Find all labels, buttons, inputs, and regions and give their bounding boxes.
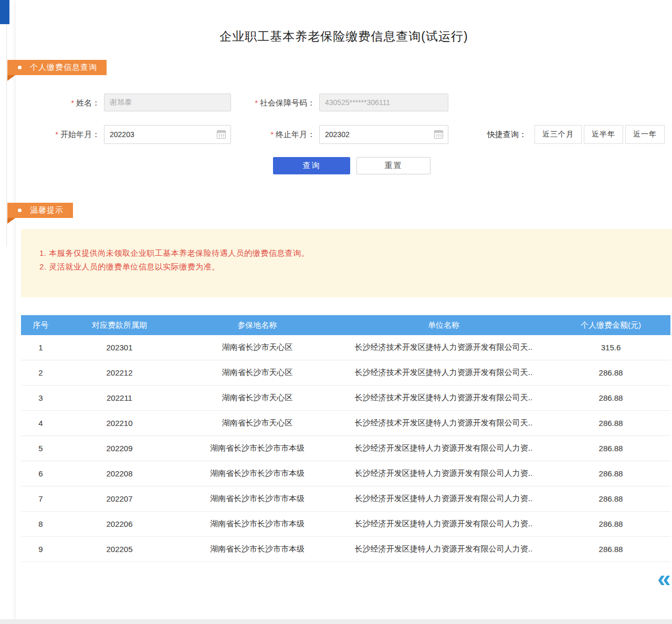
notice-line: 1. 本服务仅提供尚未领取企业职工基本养老保险待遇人员的缴费信息查询。 — [39, 246, 672, 260]
table-cell: 湖南省长沙市长沙市市本级 — [178, 469, 336, 479]
bullet-icon — [18, 66, 22, 69]
table-cell: 8 — [21, 519, 60, 528]
reset-button[interactable]: 重置 — [356, 157, 430, 174]
table-cell: 长沙经济开发区捷特人力资源开发有限公司人力资.. — [336, 443, 551, 453]
table-row: 7202207湖南省长沙市长沙市市本级长沙经济开发区捷特人力资源开发有限公司人力… — [21, 486, 670, 512]
name-label: *姓名： — [47, 98, 100, 108]
table-cell: 286.88 — [551, 469, 670, 478]
table-cell: 长沙经济开发区捷特人力资源开发有限公司人力资.. — [336, 544, 551, 554]
table-cell: 202205 — [60, 545, 178, 554]
page-title: 企业职工基本养老保险缴费信息查询(试运行) — [16, 28, 672, 45]
table-cell: 湖南省长沙市长沙市市本级 — [178, 443, 336, 453]
column-header: 序号 — [21, 320, 60, 330]
table-cell: 286.88 — [551, 444, 670, 453]
table-cell: 湖南省长沙市天心区 — [178, 368, 336, 378]
quick-option-2[interactable]: 近一年 — [625, 125, 665, 144]
quick-option-0[interactable]: 近三个月 — [534, 125, 582, 144]
table-row: 8202206湖南省长沙市长沙市市本级长沙经济开发区捷特人力资源开发有限公司人力… — [21, 512, 670, 537]
table-cell: 1 — [21, 343, 60, 352]
quick-query-label: 快捷查询： — [487, 130, 530, 140]
column-header: 对应费款所属期 — [60, 320, 178, 330]
table-row: 9202205湖南省长沙市长沙市市本级长沙经济开发区捷特人力资源开发有限公司人力… — [21, 537, 670, 562]
table-cell: 7 — [21, 494, 60, 503]
bottom-strip — [0, 619, 672, 624]
table-cell: 长沙经济技术开发区捷特人力资源开发有限公司天.. — [336, 393, 551, 403]
table-cell: 6 — [21, 469, 60, 478]
ssn-label: *社会保障号码： — [234, 98, 315, 108]
table-cell: 202301 — [60, 343, 178, 352]
table-cell: 长沙经济技术开发区捷特人力资源开发有限公司天.. — [336, 342, 551, 352]
table-row: 6202208湖南省长沙市长沙市市本级长沙经济开发区捷特人力资源开发有限公司人力… — [21, 461, 670, 486]
table-body: 1202301湖南省长沙市天心区长沙经济技术开发区捷特人力资源开发有限公司天..… — [21, 335, 670, 562]
quick-query-group: 近三个月近半年近一年 — [534, 125, 665, 144]
table-row: 5202209湖南省长沙市长沙市市本级长沙经济开发区捷特人力资源开发有限公司人力… — [21, 436, 670, 461]
table-row: 3202211湖南省长沙市天心区长沙经济技术开发区捷特人力资源开发有限公司天..… — [21, 386, 670, 411]
table-row: 4202210湖南省长沙市天心区长沙经济技术开发区捷特人力资源开发有限公司天..… — [21, 411, 670, 436]
table-header-row: 序号对应费款所属期参保地名称单位名称个人缴费金额(元) — [21, 315, 670, 335]
required-marker: * — [71, 99, 74, 107]
column-header: 个人缴费金额(元) — [551, 320, 670, 330]
table-cell: 长沙经济开发区捷特人力资源开发有限公司人力资.. — [336, 494, 551, 504]
table-cell: 湖南省长沙市长沙市市本级 — [178, 544, 336, 554]
table-cell: 长沙经济开发区捷特人力资源开发有限公司人力资.. — [336, 519, 551, 529]
table-cell: 4 — [21, 419, 60, 428]
notice-line: 2. 灵活就业人员的缴费单位信息以实际缴费为准。 — [39, 260, 672, 274]
table-cell: 2 — [21, 368, 60, 377]
payment-table: 序号对应费款所属期参保地名称单位名称个人缴费金额(元) 1202301湖南省长沙… — [21, 315, 670, 562]
corner-nav-block — [0, 0, 9, 24]
left-rail — [0, 0, 7, 247]
required-marker: * — [271, 130, 274, 139]
notice-box: 1. 本服务仅提供尚未领取企业职工基本养老保险待遇人员的缴费信息查询。 2. 灵… — [21, 229, 672, 297]
table-cell: 315.6 — [551, 343, 670, 352]
bullet-icon — [18, 209, 22, 212]
table-cell: 286.88 — [551, 419, 670, 428]
table-cell: 湖南省长沙市天心区 — [178, 393, 336, 403]
table-cell: 202209 — [60, 444, 178, 453]
table-cell: 202208 — [60, 469, 178, 478]
table-cell: 286.88 — [551, 519, 670, 528]
table-row: 1202301湖南省长沙市天心区长沙经济技术开发区捷特人力资源开发有限公司天..… — [21, 335, 670, 360]
collapse-chevron-icon[interactable]: « — [657, 566, 671, 590]
table-cell: 202207 — [60, 494, 178, 503]
table-cell: 202210 — [60, 419, 178, 428]
table-cell: 286.88 — [551, 393, 670, 402]
table-cell: 长沙经济技术开发区捷特人力资源开发有限公司天.. — [336, 418, 551, 428]
table-cell: 湖南省长沙市天心区 — [178, 418, 336, 428]
table-cell: 286.88 — [551, 545, 670, 554]
table-cell: 286.88 — [551, 494, 670, 503]
name-input[interactable] — [104, 93, 231, 111]
table-row: 2202212湖南省长沙市天心区长沙经济技术开发区捷特人力资源开发有限公司天..… — [21, 360, 670, 386]
quick-option-1[interactable]: 近半年 — [584, 125, 623, 144]
section-badge-label: 个人缴费信息查询 — [30, 63, 97, 72]
table-cell: 202211 — [60, 393, 178, 402]
column-header: 参保地名称 — [178, 320, 336, 330]
required-marker: * — [56, 130, 58, 139]
calendar-icon[interactable] — [434, 130, 443, 139]
section-badge-tips: 温馨提示 — [7, 203, 73, 218]
table-cell: 湖南省长沙市天心区 — [178, 342, 336, 352]
table-cell: 湖南省长沙市长沙市市本级 — [178, 519, 336, 529]
start-month-input[interactable] — [104, 125, 231, 144]
table-cell: 202206 — [60, 519, 178, 528]
ribbon-fold — [7, 75, 15, 81]
column-header: 单位名称 — [336, 320, 551, 330]
calendar-icon[interactable] — [217, 130, 226, 139]
section-badge-personal-query: 个人缴费信息查询 — [7, 60, 107, 75]
ssn-input[interactable] — [319, 93, 448, 111]
query-button[interactable]: 查询 — [273, 157, 350, 174]
table-cell: 3 — [21, 393, 60, 402]
section-badge-label: 温馨提示 — [30, 205, 64, 215]
table-cell: 长沙经济技术开发区捷特人力资源开发有限公司天.. — [336, 368, 551, 378]
required-marker: * — [255, 99, 258, 107]
table-cell: 长沙经济开发区捷特人力资源开发有限公司人力资.. — [336, 469, 551, 479]
table-cell: 湖南省长沙市长沙市市本级 — [178, 494, 336, 504]
table-cell: 202212 — [60, 368, 178, 377]
table-cell: 286.88 — [551, 368, 670, 377]
end-month-input[interactable] — [319, 125, 448, 144]
end-month-label: *终止年月： — [257, 130, 315, 140]
table-cell: 5 — [21, 444, 60, 453]
ribbon-fold — [7, 218, 15, 224]
table-cell: 9 — [21, 545, 60, 554]
start-month-label: *开始年月： — [42, 130, 100, 140]
